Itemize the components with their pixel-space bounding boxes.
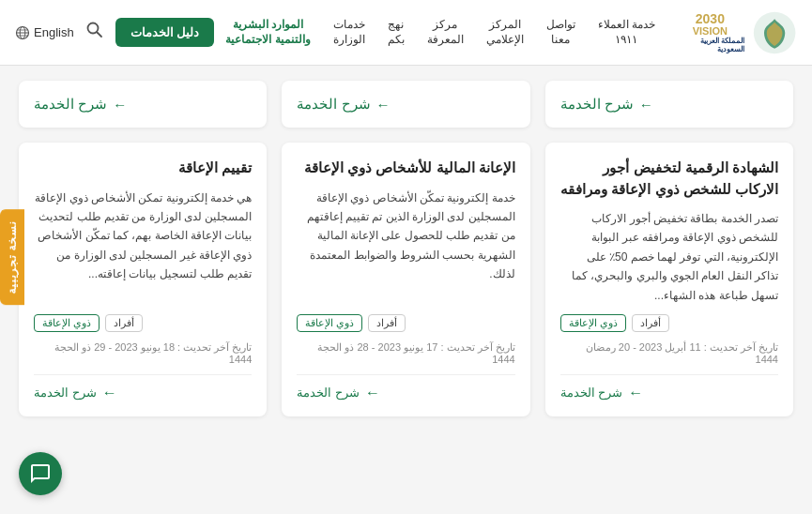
main-header: 2030 VISION المملكة العربية السعودية الم… [0,0,812,66]
service-link-top-1[interactable]: ← شرح الخدمة [560,96,653,113]
header-right: 2030 VISION المملكة العربية السعودية الم… [214,8,797,57]
service-link-1[interactable]: ← شرح الخدمة [560,385,644,401]
arrow-icon-card-2: ← [365,385,380,401]
top-cards-row: ← شرح الخدمة ← شرح الخدمة ← شرح الخدمة [19,81,793,128]
vision-badge: 2030 VISION المملكة العربية السعودية [676,12,744,53]
nav-item-ministry-services[interactable]: خدماتالوزارة [322,18,376,47]
header-left: دليل الخدمات English [15,18,214,47]
tag-disability-2: ذوي الإعاقة [297,314,362,332]
service-link-label-2: شرح الخدمة [297,96,370,113]
tag-disability-1: ذوي الإعاقة [560,314,626,332]
guide-button[interactable]: دليل الخدمات [115,18,215,47]
card-tags-3: أفراد ذوي الإعاقة [34,314,252,332]
card-tags-1: أفراد ذوي الإعاقة [560,314,778,332]
nav-item-approach[interactable]: نهجبكم [376,18,416,47]
nav-menu: الموارد البشريةوالتنمية الاجتماعية خدمات… [214,18,666,47]
top-card-2: ← شرح الخدمة [282,81,529,128]
main-nav: الموارد البشريةوالتنمية الاجتماعية خدمات… [214,18,666,47]
tag-individuals-3: أفراد [105,314,143,332]
svg-line-2 [97,33,101,38]
logo-area: 2030 VISION المملكة العربية السعودية [676,8,797,57]
service-link-top-2[interactable]: ← شرح الخدمة [297,96,390,113]
main-cards-grid: الشهادة الرقمية لتخفيض أجور الاركاب للشخ… [19,143,793,416]
card-tags-2: أفراد ذوي الإعاقة [297,314,514,332]
top-card-3: ← شرح الخدمة [19,81,267,128]
card-desc-2: خدمة إلكترونية تمكّن الأشخاص ذوي الإعاقة… [297,189,514,305]
search-button[interactable] [85,21,104,44]
card-digital-certificate: الشهادة الرقمية لتخفيض أجور الاركاب للشخ… [545,143,793,416]
nav-item-ministry[interactable]: الموارد البشريةوالتنمية الاجتماعية [214,18,321,47]
nav-item-contact[interactable]: تواصلمعنا [535,18,587,47]
card-desc-1: تصدر الخدمة بطاقة تخفيض أجور الاركاب للش… [560,209,778,305]
service-link-2[interactable]: ← شرح الخدمة [297,385,380,401]
tag-disability-3: ذوي الإعاقة [34,314,100,332]
card-title-3: تقييم الإعاقة [34,158,252,179]
ministry-logo-icon [752,8,797,57]
language-label: English [34,25,74,39]
search-icon [85,21,104,39]
card-desc-3: هي خدمة إلكترونية تمكن الأشخاص ذوي الإعا… [34,189,252,305]
service-link-label-card-1: شرح الخدمة [560,386,623,400]
card-date-1: تاريخ آخر تحديث : 11 أبريل 2023 - 20 رمض… [560,341,778,365]
nav-item-media[interactable]: المركزالإعلامي [475,18,535,47]
card-title-2: الإعانة المالية للأشخاص ذوي الإعاقة [297,158,514,179]
service-link-3[interactable]: ← شرح الخدمة [34,385,117,401]
card-footer-3: ← شرح الخدمة [34,374,252,401]
card-footer-2: ← شرح الخدمة [297,374,514,401]
arrow-icon-card-3: ← [102,385,117,401]
arrow-icon-card-1: ← [628,385,643,401]
arrow-icon-3: ← [113,97,127,113]
service-link-top-3[interactable]: ← شرح الخدمة [34,96,127,113]
service-link-label-1: شرح الخدمة [560,96,634,113]
nav-item-knowledge[interactable]: مركزالمعرفة [416,18,475,47]
service-link-label-3: شرح الخدمة [34,96,107,113]
card-title-1: الشهادة الرقمية لتخفيض أجور الاركاب للشخ… [560,158,778,200]
globe-icon [15,25,30,40]
svg-point-1 [87,23,98,34]
arrow-icon-2: ← [376,97,391,113]
card-date-3: تاريخ آخر تحديث : 18 يونيو 2023 - 29 ذو … [34,341,252,365]
arrow-icon-1: ← [639,97,653,113]
service-link-label-card-2: شرح الخدمة [297,386,360,400]
nav-item-customer[interactable]: خدمة العملاء١٩١١ [587,18,666,47]
top-card-1: ← شرح الخدمة [545,81,793,128]
card-disability-assessment: تقييم الإعاقة هي خدمة إلكترونية تمكن الأ… [19,143,267,416]
tag-individuals-1: أفراد [632,314,669,332]
trial-version-tab[interactable]: نسخة تجريبية [0,209,24,305]
tag-individuals-2: أفراد [368,314,406,332]
card-date-2: تاريخ آخر تحديث : 17 يونيو 2023 - 28 ذو … [297,341,514,365]
main-content: ← شرح الخدمة ← شرح الخدمة ← شرح الخدمة ا… [0,66,812,435]
service-link-label-card-3: شرح الخدمة [34,386,97,400]
card-footer-1: ← شرح الخدمة [560,374,778,401]
language-switcher[interactable]: English [15,25,74,40]
card-financial-aid: الإعانة المالية للأشخاص ذوي الإعاقة خدمة… [282,143,529,416]
